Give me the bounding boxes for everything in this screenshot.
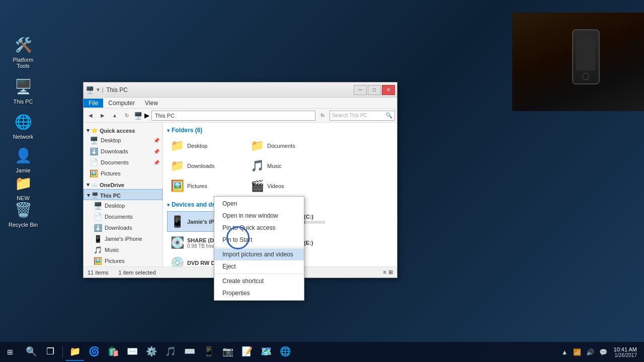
- clock-time: 10:41 AM: [614, 346, 637, 352]
- desktop-icon-recycle-bin[interactable]: 🗑️ Recycle Bin: [5, 198, 41, 230]
- address-path[interactable]: This PC: [151, 111, 315, 121]
- sidebar-item-desktop[interactable]: 🖥️ Desktop 📌: [84, 135, 163, 146]
- taskbar-cmd-icon[interactable]: ⌨️: [181, 343, 199, 361]
- desktop: 🛠️ Platform Tools 🖥️ This PC 🌐 Network 👤…: [0, 0, 644, 362]
- folder-documents-icon: 📁: [251, 139, 264, 152]
- ctx-open[interactable]: Open: [214, 198, 304, 210]
- start-button[interactable]: ⊞: [0, 342, 20, 362]
- folders-caret: ▾: [167, 128, 170, 133]
- this-pc-sidebar-icon: 🖥️: [92, 192, 99, 199]
- ctx-import[interactable]: Import pictures and videos: [214, 248, 304, 260]
- title-bar: 🖥️ ▼ | This PC ─ □ ✕: [84, 82, 397, 98]
- menu-bar: File Computer View: [84, 98, 397, 109]
- back-button[interactable]: ◀: [86, 111, 96, 121]
- ctx-open-new-window[interactable]: Open in new window: [214, 210, 304, 222]
- folder-videos[interactable]: 🎬 Videos: [247, 177, 325, 195]
- sidebar-item-downloads[interactable]: ⬇️ Downloads 📌: [84, 146, 163, 157]
- maximize-button[interactable]: □: [368, 85, 381, 95]
- folder-pictures[interactable]: 🖼️ Pictures: [167, 177, 245, 195]
- menu-view[interactable]: View: [140, 99, 163, 108]
- ctx-create-shortcut[interactable]: Create shortcut: [214, 275, 304, 287]
- sidebar-section-onedrive[interactable]: ▾ ☁️ OneDrive: [84, 179, 163, 189]
- platform-tools-icon: 🛠️: [13, 35, 33, 55]
- phone-shape: [572, 29, 600, 84]
- taskbar-mail-icon[interactable]: ✉️: [123, 343, 141, 361]
- context-menu: Open Open in new window Pin to Quick acc…: [214, 196, 304, 301]
- sidebar-item-music-2[interactable]: 🎵 Music: [84, 244, 163, 255]
- address-bar: ◀ ▶ ▲ ↻ 🖥️ ▶ This PC ↻ Search This PC 🔍: [84, 109, 397, 123]
- taskbar-taskview-icon[interactable]: ❐: [41, 343, 59, 361]
- window-icon: 🖥️: [86, 86, 94, 94]
- clock[interactable]: 10:41 AM 1/26/2017: [611, 346, 640, 358]
- folder-desktop[interactable]: 📁 Desktop: [167, 137, 245, 155]
- taskbar-maps-icon[interactable]: 🗺️: [257, 343, 275, 361]
- drive-share-d-icon: 💽: [171, 236, 184, 249]
- minimize-button[interactable]: ─: [354, 85, 367, 95]
- search-placeholder: Search This PC: [332, 113, 367, 118]
- sidebar-item-documents[interactable]: 📄 Documents 📌: [84, 157, 163, 168]
- folders-section-title[interactable]: ▾ Folders (6): [167, 127, 393, 134]
- recycle-bin-label: Recycle Bin: [9, 222, 38, 228]
- list-view-icon[interactable]: ≡: [383, 269, 386, 276]
- taskbar: ⊞ 🔍 ❐ 📁 🌀 🛍️ ✉️ ⚙️ 🎵 ⌨️ 📱 📷 📝 🗺️ 🌐 ▲ 📶 🔊…: [0, 342, 644, 362]
- taskbar-camera-icon[interactable]: 📷: [219, 343, 237, 361]
- drive-dvd-icon: 💿: [171, 256, 184, 266]
- search-icon[interactable]: 🔍: [385, 112, 392, 119]
- menu-file[interactable]: File: [84, 99, 103, 108]
- sidebar-section-this-pc[interactable]: ▾ 🖥️ This PC: [84, 189, 163, 200]
- sidebar-item-pictures[interactable]: 🖼️ Pictures: [84, 168, 163, 179]
- tray-network-icon[interactable]: 📶: [572, 348, 583, 356]
- folder-downloads[interactable]: 📁 Downloads: [167, 157, 245, 175]
- sidebar-section-quick-access[interactable]: ▾ ⭐ Quick access: [84, 125, 163, 135]
- taskbar-chrome-icon[interactable]: 🌐: [276, 343, 294, 361]
- sidebar-item-iphone[interactable]: 📱 Jamie's iPhone: [84, 233, 163, 244]
- up-button[interactable]: ▲: [110, 111, 120, 121]
- taskbar-media-icon[interactable]: 🎵: [162, 343, 180, 361]
- onedrive-caret: ▾: [87, 182, 90, 188]
- taskbar-search-icon[interactable]: 🔍: [22, 343, 40, 361]
- forward-button[interactable]: ▶: [98, 111, 108, 121]
- network-label: Network: [13, 134, 33, 140]
- folder-music[interactable]: 🎵 Music: [247, 157, 325, 175]
- taskbar-settings-icon[interactable]: ⚙️: [142, 343, 160, 361]
- folder-documents[interactable]: 📁 Documents: [247, 137, 325, 155]
- tray-volume-icon[interactable]: 🔊: [585, 348, 596, 356]
- new-icon: 📁: [13, 173, 33, 193]
- desktop-icon-platform-tools[interactable]: 🛠️ Platform Tools: [5, 33, 41, 71]
- folders-grid: 📁 Desktop 📁 Documents 📁 Downloads 🎵 Musi…: [167, 137, 393, 195]
- menu-computer[interactable]: Computer: [103, 99, 140, 108]
- tray-notification-icon[interactable]: 💬: [598, 348, 609, 356]
- sidebar-item-documents-2[interactable]: 📄 Documents: [84, 211, 163, 222]
- sidebar: ▾ ⭐ Quick access 🖥️ Desktop 📌 ⬇️ Downloa…: [84, 123, 163, 266]
- refresh-addr-button[interactable]: ↻: [317, 111, 328, 121]
- ctx-pin-quick[interactable]: Pin to Quick access: [214, 222, 304, 234]
- ctx-pin-start[interactable]: Pin to Start: [214, 234, 304, 246]
- sidebar-item-downloads-2[interactable]: ⬇️ Downloads: [84, 222, 163, 233]
- taskbar-notes-icon[interactable]: 📝: [238, 343, 256, 361]
- start-icon: ⊞: [7, 348, 13, 356]
- recycle-bin-icon: 🗑️: [13, 200, 33, 220]
- jamie-icon: 👤: [13, 145, 33, 165]
- taskbar-edge-icon[interactable]: 🌀: [85, 343, 103, 361]
- desktop-icon-network[interactable]: 🌐 Network: [5, 110, 41, 142]
- window-title: This PC: [106, 86, 354, 94]
- clock-date: 1/26/2017: [614, 352, 637, 358]
- taskbar-phone-icon[interactable]: 📱: [200, 343, 218, 361]
- taskbar-explorer-icon[interactable]: 📁: [66, 343, 84, 361]
- sidebar-item-desktop-2[interactable]: 🖥️ Desktop: [84, 200, 163, 211]
- onedrive-icon: ☁️: [91, 182, 98, 188]
- close-button[interactable]: ✕: [382, 85, 395, 95]
- ctx-eject[interactable]: Eject: [214, 260, 304, 273]
- this-pc-icon: 🖥️: [13, 76, 33, 97]
- this-pc-caret: ▾: [87, 192, 90, 199]
- tile-view-icon[interactable]: ⊞: [388, 269, 393, 276]
- ctx-properties[interactable]: Properties: [214, 287, 304, 299]
- quick-access-caret: ▾: [87, 127, 90, 134]
- refresh-button[interactable]: ↻: [122, 111, 132, 121]
- folder-music-icon: 🎵: [251, 159, 264, 172]
- taskbar-store-icon[interactable]: 🛍️: [104, 343, 122, 361]
- tray-arrow-icon[interactable]: ▲: [560, 348, 570, 356]
- desktop-icon-this-pc[interactable]: 🖥️ This PC: [5, 74, 41, 107]
- search-box[interactable]: Search This PC 🔍: [330, 111, 395, 121]
- sidebar-item-pictures-2[interactable]: 🖼️ Pictures: [84, 255, 163, 266]
